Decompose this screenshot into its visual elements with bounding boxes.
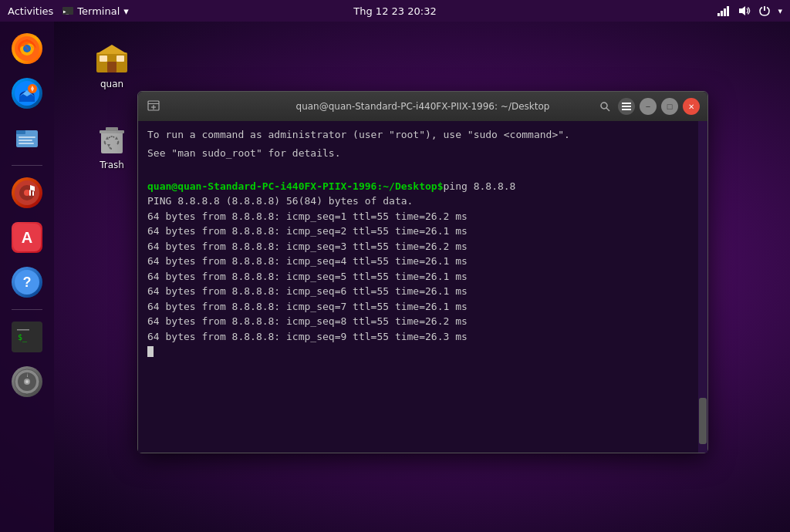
desktop-icon-quan-label: quan xyxy=(100,79,123,89)
dock-item-files[interactable] xyxy=(8,119,46,157)
volume-svg xyxy=(738,5,751,16)
topbar-power-arrow[interactable]: ▾ xyxy=(778,6,782,16)
titlebar-left xyxy=(146,99,161,114)
minimize-button[interactable]: − xyxy=(640,98,657,115)
dock-separator-2 xyxy=(12,309,42,310)
maximize-button[interactable]: □ xyxy=(661,98,678,115)
svg-rect-50 xyxy=(622,109,631,110)
power-svg xyxy=(759,5,770,16)
ping-line: 64 bytes from 8.8.8.8: icmp_seq=3 ttl=55… xyxy=(147,239,698,254)
sudo-warning-line1: To run a command as administrator (user … xyxy=(147,127,698,143)
svg-rect-22 xyxy=(32,191,34,196)
svg-rect-41 xyxy=(106,127,118,131)
help-icon: ? xyxy=(12,267,42,298)
dock-item-firefox[interactable] xyxy=(8,29,46,68)
svg-rect-4 xyxy=(724,8,726,16)
dock: A ? $_ xyxy=(0,22,54,532)
dock-separator-1 xyxy=(12,165,42,166)
scrollbar-thumb[interactable] xyxy=(699,398,707,444)
svg-rect-5 xyxy=(727,6,729,16)
titlebar-right: − □ ✕ xyxy=(596,98,700,115)
search-icon xyxy=(599,101,610,112)
terminal-window: quan@quan-Standard-PC-i440FX-PIIX-1996: … xyxy=(137,91,708,453)
menu-icon xyxy=(622,103,631,110)
desktop: Activities ▶_ Terminal ▾ Thg 12 23 20:32 xyxy=(0,0,790,532)
prompt-command: ping 8.8.8.8 xyxy=(444,179,516,194)
dock-item-terminal[interactable]: $_ xyxy=(8,318,46,356)
svg-rect-38 xyxy=(116,56,124,62)
power-icon[interactable] xyxy=(758,4,771,18)
svg-text:?: ? xyxy=(23,274,32,290)
dock-item-thunderbird[interactable] xyxy=(8,74,46,113)
network-icon[interactable] xyxy=(717,4,731,18)
svg-point-46 xyxy=(601,103,607,109)
topbar-terminal-label: Terminal xyxy=(77,5,120,17)
prompt-user: quan@quan-Standard-PC-i440FX-PIIX-1996:~… xyxy=(147,179,444,194)
cursor-line xyxy=(147,344,698,359)
dock-item-dvd[interactable] xyxy=(8,362,46,401)
firefox-icon xyxy=(12,33,42,64)
terminal-icon: ▶_ xyxy=(62,7,73,15)
terminal-body[interactable]: To run a command as administrator (user … xyxy=(138,121,707,453)
home-folder-icon xyxy=(93,39,130,76)
svg-line-47 xyxy=(606,108,609,111)
files-icon xyxy=(12,123,42,153)
svg-marker-6 xyxy=(739,6,745,15)
close-button[interactable]: ✕ xyxy=(683,98,700,115)
volume-icon[interactable] xyxy=(738,4,751,18)
new-tab-icon[interactable] xyxy=(146,99,161,114)
desktop-icon-trash[interactable]: Trash xyxy=(81,120,143,170)
svg-rect-14 xyxy=(16,130,25,134)
ping-line: 64 bytes from 8.8.8.8: icmp_seq=4 ttl=55… xyxy=(147,254,698,269)
topbar: Activities ▶_ Terminal ▾ Thg 12 23 20:32 xyxy=(0,0,790,22)
ping-line: 64 bytes from 8.8.8.8: icmp_seq=7 ttl=55… xyxy=(147,299,698,315)
sudo-warning-line2: See "man sudo_root" for details. xyxy=(147,146,698,161)
svg-rect-48 xyxy=(622,103,631,104)
activities-button[interactable]: Activities xyxy=(8,5,53,17)
topbar-left: Activities ▶_ Terminal ▾ xyxy=(8,5,129,17)
ping-line: 64 bytes from 8.8.8.8: icmp_seq=9 ttl=55… xyxy=(147,329,698,345)
desktop-icon-quan[interactable]: quan xyxy=(81,39,143,89)
svg-rect-2 xyxy=(717,13,720,16)
svg-rect-17 xyxy=(19,143,34,144)
topbar-terminal-app[interactable]: ▶_ Terminal ▾ xyxy=(62,5,128,17)
svg-point-33 xyxy=(25,380,29,383)
ping-output-lines: 64 bytes from 8.8.8.8: icmp_seq=1 ttl=55… xyxy=(147,209,698,345)
svg-rect-37 xyxy=(100,56,107,62)
svg-rect-16 xyxy=(19,140,32,141)
network-svg xyxy=(717,5,731,16)
ping-line: 64 bytes from 8.8.8.8: icmp_seq=6 ttl=55… xyxy=(147,284,698,299)
terminal-title: quan@quan-Standard-PC-i440FX-PIIX-1996: … xyxy=(296,101,550,112)
svg-rect-21 xyxy=(29,190,31,196)
ping-line: 64 bytes from 8.8.8.8: icmp_seq=2 ttl=55… xyxy=(147,224,698,239)
svg-text:A: A xyxy=(22,229,32,246)
music-icon xyxy=(12,177,42,208)
svg-rect-29 xyxy=(17,329,29,331)
svg-rect-3 xyxy=(721,11,723,16)
topbar-terminal-arrow: ▾ xyxy=(123,5,129,17)
cursor xyxy=(147,346,154,357)
terminal-scrollbar[interactable] xyxy=(698,121,707,453)
svg-rect-49 xyxy=(622,106,631,107)
ping-line: 64 bytes from 8.8.8.8: icmp_seq=5 ttl=55… xyxy=(147,269,698,285)
svg-rect-43 xyxy=(148,103,159,104)
dvd-icon xyxy=(12,366,42,397)
search-button[interactable] xyxy=(596,98,613,115)
thunderbird-icon xyxy=(12,78,42,109)
command-prompt-line: quan@quan-Standard-PC-i440FX-PIIX-1996:~… xyxy=(147,179,698,194)
svg-point-20 xyxy=(24,190,30,196)
menu-button[interactable] xyxy=(618,98,635,115)
dock-item-help[interactable]: ? xyxy=(8,263,46,301)
terminal-dock-icon: $_ xyxy=(12,322,42,352)
appstore-icon: A xyxy=(12,222,42,253)
topbar-right: ▾ xyxy=(717,4,782,18)
dock-item-music[interactable] xyxy=(8,173,46,212)
dock-item-appstore[interactable]: A xyxy=(8,218,46,257)
ping-line: 64 bytes from 8.8.8.8: icmp_seq=1 ttl=55… xyxy=(147,209,698,224)
trash-icon xyxy=(93,120,130,157)
ping-header: PING 8.8.8.8 (8.8.8.8) 56(84) bytes of d… xyxy=(147,194,698,209)
svg-text:$_: $_ xyxy=(18,333,28,342)
svg-rect-36 xyxy=(107,62,116,72)
topbar-datetime: Thg 12 23 20:32 xyxy=(353,5,436,17)
svg-text:▶_: ▶_ xyxy=(63,8,69,15)
